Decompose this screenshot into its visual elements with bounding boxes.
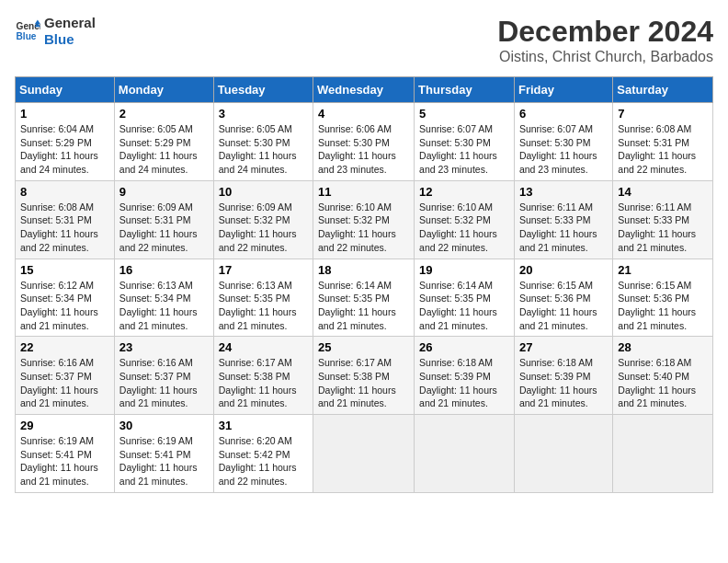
day-number: 13 xyxy=(519,185,608,199)
header-saturday: Saturday xyxy=(613,77,713,103)
day-info: Sunrise: 6:15 AMSunset: 5:36 PMDaylight:… xyxy=(519,279,608,333)
header-monday: Monday xyxy=(114,77,213,103)
day-info: Sunrise: 6:19 AMSunset: 5:41 PMDaylight:… xyxy=(20,434,109,488)
logo: General Blue General Blue xyxy=(15,15,96,48)
day-info: Sunrise: 6:10 AMSunset: 5:32 PMDaylight:… xyxy=(318,201,409,255)
day-number: 10 xyxy=(219,185,308,199)
day-info: Sunrise: 6:17 AMSunset: 5:38 PMDaylight:… xyxy=(318,356,409,410)
day-info: Sunrise: 6:08 AMSunset: 5:31 PMDaylight:… xyxy=(618,122,708,177)
day-number: 22 xyxy=(20,340,109,354)
calendar-day-cell: 21Sunrise: 6:15 AMSunset: 5:36 PMDayligh… xyxy=(613,259,713,337)
calendar-day-cell: 29Sunrise: 6:19 AMSunset: 5:41 PMDayligh… xyxy=(16,415,115,493)
calendar-day-cell: 11Sunrise: 6:10 AMSunset: 5:32 PMDayligh… xyxy=(313,180,415,259)
day-info: Sunrise: 6:11 AMSunset: 5:33 PMDaylight:… xyxy=(618,201,708,255)
day-info: Sunrise: 6:14 AMSunset: 5:35 PMDaylight:… xyxy=(419,279,509,333)
calendar-day-cell xyxy=(415,415,515,493)
calendar-day-cell xyxy=(313,415,415,493)
day-number: 30 xyxy=(119,419,209,432)
calendar-table: Sunday Monday Tuesday Wednesday Thursday… xyxy=(15,76,713,493)
calendar-week-row: 29Sunrise: 6:19 AMSunset: 5:41 PMDayligh… xyxy=(16,415,713,493)
day-info: Sunrise: 6:11 AMSunset: 5:33 PMDaylight:… xyxy=(519,201,608,255)
calendar-day-cell: 16Sunrise: 6:13 AMSunset: 5:34 PMDayligh… xyxy=(114,259,213,337)
calendar-day-cell: 3Sunrise: 6:05 AMSunset: 5:30 PMDaylight… xyxy=(213,103,313,181)
calendar-day-cell: 13Sunrise: 6:11 AMSunset: 5:33 PMDayligh… xyxy=(514,180,612,259)
header-wednesday: Wednesday xyxy=(313,77,415,103)
day-number: 20 xyxy=(519,263,608,277)
calendar-day-cell: 10Sunrise: 6:09 AMSunset: 5:32 PMDayligh… xyxy=(213,180,313,259)
svg-text:Blue: Blue xyxy=(17,31,37,41)
day-info: Sunrise: 6:04 AMSunset: 5:29 PMDaylight:… xyxy=(20,122,109,177)
calendar-day-cell: 15Sunrise: 6:12 AMSunset: 5:34 PMDayligh… xyxy=(16,259,115,337)
calendar-day-cell: 12Sunrise: 6:10 AMSunset: 5:32 PMDayligh… xyxy=(415,180,515,259)
calendar-day-cell: 5Sunrise: 6:07 AMSunset: 5:30 PMDaylight… xyxy=(415,103,515,181)
logo-line2: Blue xyxy=(44,31,96,48)
header-thursday: Thursday xyxy=(415,77,515,103)
calendar-day-cell: 19Sunrise: 6:14 AMSunset: 5:35 PMDayligh… xyxy=(415,259,515,337)
calendar-day-cell: 18Sunrise: 6:14 AMSunset: 5:35 PMDayligh… xyxy=(313,259,415,337)
day-info: Sunrise: 6:18 AMSunset: 5:39 PMDaylight:… xyxy=(519,356,608,410)
calendar-day-cell: 14Sunrise: 6:11 AMSunset: 5:33 PMDayligh… xyxy=(613,180,713,259)
calendar-day-cell: 31Sunrise: 6:20 AMSunset: 5:42 PMDayligh… xyxy=(213,415,313,493)
calendar-day-cell: 1Sunrise: 6:04 AMSunset: 5:29 PMDaylight… xyxy=(16,103,115,181)
day-info: Sunrise: 6:14 AMSunset: 5:35 PMDaylight:… xyxy=(318,279,409,333)
calendar-week-row: 8Sunrise: 6:08 AMSunset: 5:31 PMDaylight… xyxy=(16,180,713,259)
day-info: Sunrise: 6:16 AMSunset: 5:37 PMDaylight:… xyxy=(119,356,209,410)
day-number: 24 xyxy=(219,340,308,354)
day-number: 5 xyxy=(419,107,509,121)
day-number: 23 xyxy=(119,340,209,354)
calendar-day-cell: 2Sunrise: 6:05 AMSunset: 5:29 PMDaylight… xyxy=(114,103,213,181)
calendar-day-cell: 6Sunrise: 6:07 AMSunset: 5:30 PMDaylight… xyxy=(514,103,612,181)
day-number: 16 xyxy=(119,263,209,277)
calendar-day-cell: 17Sunrise: 6:13 AMSunset: 5:35 PMDayligh… xyxy=(213,259,313,337)
day-number: 28 xyxy=(618,340,708,354)
day-info: Sunrise: 6:16 AMSunset: 5:37 PMDaylight:… xyxy=(20,356,109,410)
calendar-day-cell xyxy=(613,415,713,493)
day-info: Sunrise: 6:09 AMSunset: 5:32 PMDaylight:… xyxy=(219,201,308,255)
day-info: Sunrise: 6:13 AMSunset: 5:35 PMDaylight:… xyxy=(219,279,308,333)
day-info: Sunrise: 6:10 AMSunset: 5:32 PMDaylight:… xyxy=(419,201,509,255)
calendar-day-cell: 8Sunrise: 6:08 AMSunset: 5:31 PMDaylight… xyxy=(16,180,115,259)
calendar-day-cell: 23Sunrise: 6:16 AMSunset: 5:37 PMDayligh… xyxy=(114,337,213,415)
day-number: 26 xyxy=(419,340,509,354)
day-info: Sunrise: 6:12 AMSunset: 5:34 PMDaylight:… xyxy=(20,279,109,333)
header-tuesday: Tuesday xyxy=(213,77,313,103)
day-number: 12 xyxy=(419,185,509,199)
day-number: 14 xyxy=(618,185,708,199)
day-number: 3 xyxy=(219,107,308,121)
calendar-day-cell: 30Sunrise: 6:19 AMSunset: 5:41 PMDayligh… xyxy=(114,415,213,493)
calendar-week-row: 1Sunrise: 6:04 AMSunset: 5:29 PMDaylight… xyxy=(16,103,713,181)
day-info: Sunrise: 6:18 AMSunset: 5:39 PMDaylight:… xyxy=(419,356,509,410)
calendar-week-row: 22Sunrise: 6:16 AMSunset: 5:37 PMDayligh… xyxy=(16,337,713,415)
day-number: 15 xyxy=(20,263,109,277)
day-info: Sunrise: 6:18 AMSunset: 5:40 PMDaylight:… xyxy=(618,356,708,410)
page-title: December 2024 xyxy=(497,15,713,49)
calendar-day-cell: 22Sunrise: 6:16 AMSunset: 5:37 PMDayligh… xyxy=(16,337,115,415)
day-info: Sunrise: 6:07 AMSunset: 5:30 PMDaylight:… xyxy=(419,122,509,177)
day-info: Sunrise: 6:05 AMSunset: 5:30 PMDaylight:… xyxy=(219,122,308,177)
day-info: Sunrise: 6:07 AMSunset: 5:30 PMDaylight:… xyxy=(519,122,608,177)
day-number: 8 xyxy=(20,185,109,199)
day-number: 31 xyxy=(219,419,308,432)
day-info: Sunrise: 6:19 AMSunset: 5:41 PMDaylight:… xyxy=(119,434,209,488)
page-subtitle: Oistins, Christ Church, Barbados xyxy=(497,49,713,65)
day-info: Sunrise: 6:13 AMSunset: 5:34 PMDaylight:… xyxy=(119,279,209,333)
day-info: Sunrise: 6:09 AMSunset: 5:31 PMDaylight:… xyxy=(119,201,209,255)
day-number: 7 xyxy=(618,107,708,121)
header-sunday: Sunday xyxy=(16,77,115,103)
calendar-header-row: Sunday Monday Tuesday Wednesday Thursday… xyxy=(16,77,713,103)
calendar-day-cell: 26Sunrise: 6:18 AMSunset: 5:39 PMDayligh… xyxy=(415,337,515,415)
calendar-day-cell: 9Sunrise: 6:09 AMSunset: 5:31 PMDaylight… xyxy=(114,180,213,259)
calendar-day-cell: 7Sunrise: 6:08 AMSunset: 5:31 PMDaylight… xyxy=(613,103,713,181)
calendar-day-cell: 4Sunrise: 6:06 AMSunset: 5:30 PMDaylight… xyxy=(313,103,415,181)
day-number: 27 xyxy=(519,340,608,354)
day-number: 19 xyxy=(419,263,509,277)
calendar-day-cell: 27Sunrise: 6:18 AMSunset: 5:39 PMDayligh… xyxy=(514,337,612,415)
day-number: 18 xyxy=(318,263,409,277)
day-number: 29 xyxy=(20,419,109,432)
day-number: 25 xyxy=(318,340,409,354)
header-friday: Friday xyxy=(514,77,612,103)
day-number: 9 xyxy=(119,185,209,199)
calendar-week-row: 15Sunrise: 6:12 AMSunset: 5:34 PMDayligh… xyxy=(16,259,713,337)
day-info: Sunrise: 6:17 AMSunset: 5:38 PMDaylight:… xyxy=(219,356,308,410)
day-info: Sunrise: 6:05 AMSunset: 5:29 PMDaylight:… xyxy=(119,122,209,177)
